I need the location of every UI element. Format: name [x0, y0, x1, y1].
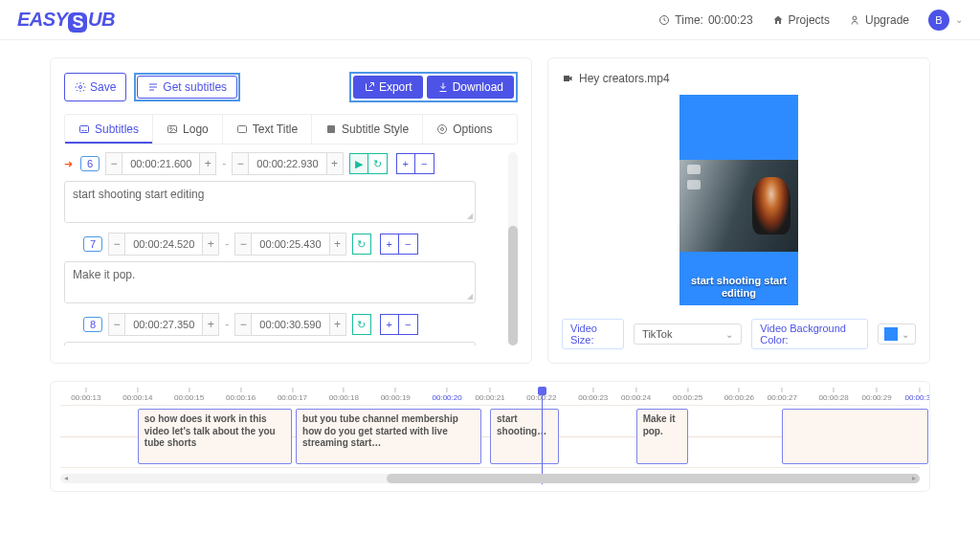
list-scrollbar[interactable] — [508, 152, 518, 346]
nav-projects[interactable]: Projects — [772, 13, 830, 27]
active-row-indicator: ➜ — [64, 158, 73, 170]
time-value[interactable]: 00:00:21.600 — [122, 152, 199, 175]
editor-panel: Save Get subtitles Export Download — [50, 57, 532, 364]
time-display: Time: 00:00:23 — [658, 13, 752, 27]
decrement-button[interactable]: − — [105, 152, 122, 175]
subtitle-text-input[interactable]: start shooting start editing◢ — [64, 181, 476, 223]
nav-upgrade[interactable]: Upgrade — [849, 13, 909, 27]
increment-button[interactable]: + — [199, 152, 216, 175]
home-icon — [772, 14, 784, 26]
save-button[interactable]: Save — [64, 73, 126, 101]
refresh-icon[interactable]: ↻ — [352, 314, 371, 335]
timeline-clip[interactable]: start shooting… — [490, 409, 559, 464]
start-time-stepper[interactable]: −00:00:21.600+ — [105, 152, 216, 175]
add-subtitle-button[interactable]: + — [380, 234, 399, 255]
resize-handle[interactable]: ◢ — [467, 212, 473, 220]
tab-options[interactable]: Options — [423, 115, 505, 144]
end-time-stepper[interactable]: −00:00:22.930+ — [232, 152, 343, 175]
time-value[interactable]: 00:00:24.520 — [125, 233, 202, 256]
timeline-track[interactable]: so how does it work in this video let's … — [60, 405, 920, 468]
svg-point-9 — [438, 125, 447, 134]
timeline-ruler[interactable]: 00:00:1300:00:1400:00:1500:00:1600:00:17… — [60, 388, 920, 405]
chevron-down-icon: ⌄ — [955, 14, 963, 25]
increment-button[interactable]: + — [202, 313, 219, 336]
video-bg-color-picker[interactable]: ⌄ — [878, 323, 916, 345]
ruler-tick: 00:00:18 — [329, 388, 359, 402]
refresh-icon[interactable]: ↻ — [368, 153, 388, 174]
scroll-thumb[interactable] — [508, 226, 518, 346]
resize-handle[interactable]: ◢ — [467, 292, 473, 301]
subtitles-icon — [78, 123, 90, 135]
timeline-clip[interactable]: so how does it work in this video let's … — [138, 409, 293, 464]
decrement-button[interactable]: − — [108, 313, 125, 336]
end-time-stepper[interactable]: −00:00:30.590+ — [234, 313, 345, 336]
decrement-button[interactable]: − — [234, 313, 252, 336]
download-button[interactable]: Download — [427, 76, 514, 99]
time-value[interactable]: 00:00:27.350 — [125, 313, 202, 336]
gear-icon — [75, 81, 86, 93]
svg-point-2 — [79, 86, 82, 89]
scroll-right-icon[interactable]: ▸ — [908, 474, 920, 482]
svg-point-5 — [170, 127, 172, 129]
time-value: 00:00:23 — [708, 13, 753, 27]
ruler-tick: 00:00:26 — [724, 388, 754, 402]
decrement-button[interactable]: − — [108, 233, 125, 256]
subtitle-text-input[interactable]: ◢ — [64, 342, 476, 346]
video-size-label: Video Size: — [562, 319, 624, 349]
time-value[interactable]: 00:00:25.430 — [252, 233, 328, 256]
subtitle-text-input[interactable]: Make it pop.◢ — [64, 261, 476, 303]
image-icon — [167, 123, 178, 135]
timeline-clip[interactable] — [782, 409, 928, 464]
upgrade-icon — [849, 14, 860, 26]
remove-subtitle-button[interactable]: − — [399, 314, 418, 335]
options-icon — [436, 123, 448, 135]
tab-logo[interactable]: Logo — [153, 115, 223, 144]
video-controls: Video Size: TikTok ⌄ Video Background Co… — [562, 319, 916, 349]
header-right: Time: 00:00:23 Projects Upgrade B ⌄ — [658, 10, 963, 31]
remove-subtitle-button[interactable]: − — [399, 234, 418, 255]
ruler-tick: 00:00:30 — [904, 388, 930, 402]
play-icon[interactable]: ▶ — [349, 153, 368, 174]
time-value[interactable]: 00:00:22.930 — [249, 152, 325, 175]
refresh-icon[interactable]: ↻ — [352, 234, 371, 255]
decrement-button[interactable]: − — [234, 233, 252, 256]
tab-text-title[interactable]: Text Title — [223, 115, 312, 144]
add-subtitle-button[interactable]: + — [396, 153, 415, 174]
subtitle-row: 8−00:00:27.350+-−00:00:30.590+↻+−◢ — [64, 313, 518, 346]
start-time-stepper[interactable]: −00:00:24.520+ — [108, 233, 219, 256]
avatar: B — [928, 10, 949, 31]
tab-subtitle-style[interactable]: Subtitle Style — [312, 115, 423, 144]
end-time-stepper[interactable]: −00:00:25.430+ — [234, 233, 345, 256]
timeline-clip[interactable]: Make it pop. — [636, 409, 688, 464]
export-button[interactable]: Export — [353, 76, 423, 99]
subtitle-index: 6 — [80, 156, 100, 171]
time-value[interactable]: 00:00:30.590 — [252, 313, 328, 336]
subtitle-index: 8 — [83, 317, 102, 332]
video-icon — [562, 73, 573, 84]
video-bg-label: Video Background Color: — [751, 319, 868, 349]
preview-panel: Hey creators.mp4 start shooting start ed… — [547, 57, 930, 364]
scroll-left-icon[interactable]: ◂ — [60, 474, 72, 482]
start-time-stepper[interactable]: −00:00:27.350+ — [108, 313, 219, 336]
decrement-button[interactable]: − — [232, 152, 249, 175]
video-preview[interactable]: start shooting start editing — [679, 95, 798, 305]
svg-rect-6 — [237, 126, 246, 133]
app-header: EASYSUB Time: 00:00:23 Projects Upgrade … — [0, 0, 980, 40]
increment-button[interactable]: + — [329, 313, 346, 336]
video-filename: Hey creators.mp4 — [562, 72, 916, 85]
tab-subtitles[interactable]: Subtitles — [65, 115, 153, 144]
increment-button[interactable]: + — [329, 233, 346, 256]
user-menu[interactable]: B ⌄ — [928, 10, 963, 31]
increment-button[interactable]: + — [326, 152, 344, 175]
color-swatch — [884, 327, 898, 341]
timeline-clip[interactable]: but you tube channel membership how do y… — [296, 409, 481, 464]
playhead[interactable] — [542, 389, 543, 484]
get-subtitles-button[interactable]: Get subtitles — [137, 76, 237, 99]
timeline-scrollbar[interactable]: ◂ ▸ — [60, 474, 920, 483]
remove-subtitle-button[interactable]: − — [415, 153, 434, 174]
increment-button[interactable]: + — [202, 233, 219, 256]
video-size-select[interactable]: TikTok ⌄ — [634, 323, 742, 345]
add-subtitle-button[interactable]: + — [380, 314, 399, 335]
ruler-tick: 00:00:20 — [433, 388, 462, 402]
timeline-scroll-thumb[interactable] — [387, 474, 920, 483]
